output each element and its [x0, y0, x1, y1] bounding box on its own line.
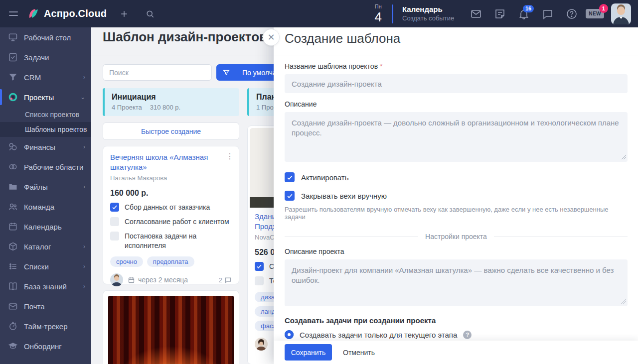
user-avatar[interactable] — [611, 3, 631, 24]
chevron-right-icon: › — [83, 243, 85, 250]
chat-icon — [542, 8, 554, 20]
comments-count[interactable]: 2 — [219, 276, 232, 284]
tasks-group-label: Создавать задачи при создании проекта — [285, 316, 628, 325]
card-cover-photo — [108, 296, 234, 364]
catalog-icon — [8, 242, 18, 251]
mail-button[interactable] — [466, 4, 486, 24]
column-name: Инициация — [112, 93, 239, 102]
check-icon — [112, 204, 118, 210]
assignee-avatar[interactable] — [255, 338, 268, 351]
chevron-right-icon: › — [83, 143, 85, 150]
project-amount: 160 000 р. — [110, 189, 232, 198]
chevron-right-icon: › — [83, 283, 85, 290]
menu-toggle-icon[interactable] — [9, 11, 18, 16]
sidebar-item-mail[interactable]: Почта — [0, 296, 91, 316]
weekday-label: Пн — [375, 4, 382, 9]
sidebar-item-time-tracker[interactable]: Тайм-трекер — [0, 316, 91, 336]
notifications-badge: 16 — [523, 5, 534, 12]
comment-icon — [224, 276, 232, 284]
sidebar-item-calendar[interactable]: Календарь — [0, 217, 91, 237]
logo-mark-icon — [27, 7, 40, 20]
sidebar-item-label: Онбординг — [24, 342, 85, 351]
check-icon — [287, 174, 293, 181]
quick-create-button[interactable]: Быстрое создание — [103, 122, 239, 140]
chevron-right-icon: › — [83, 183, 85, 190]
sidebar-item-team[interactable]: Команда — [0, 197, 91, 217]
help-button[interactable] — [562, 4, 582, 24]
sidebar-item-workspaces[interactable]: Рабочие области — [0, 157, 91, 177]
sidebar-item-label: База знаний — [24, 282, 77, 291]
calendar-quick-widget[interactable]: Календарь Создать событие — [402, 5, 454, 22]
notifications-button[interactable]: 16 — [514, 4, 534, 24]
finance-icon — [8, 142, 18, 152]
sidebar-subitem-project-templates[interactable]: Шаблоны проектов — [0, 122, 91, 137]
chat-button[interactable] — [538, 4, 558, 24]
filter-button[interactable]: По умолчанию — [216, 64, 281, 81]
sidebar-item-desktop[interactable]: Рабочий стол — [0, 27, 91, 47]
sidebar-item-finance[interactable]: Финансы › — [0, 137, 91, 157]
topbar: Аспро.Cloud Пн 4 Календарь Создать событ… — [0, 0, 638, 27]
checklist-checkbox[interactable] — [255, 262, 264, 271]
new-features-button[interactable]: NEW 1 — [586, 9, 604, 18]
sidebar-item-label: Тайм-трекер — [24, 322, 85, 331]
app-logo[interactable]: Аспро.Cloud — [27, 7, 107, 20]
sidebar-item-knowledge-base[interactable]: База знаний › — [0, 276, 91, 296]
add-button[interactable] — [116, 5, 133, 22]
sidebar-item-label: Календарь — [24, 223, 85, 231]
radio-current-stage[interactable] — [285, 330, 294, 339]
sidebar-item-label: Рабочий стол — [24, 33, 85, 42]
column-sum: 310 800 р. — [150, 104, 180, 111]
sidebar-subitem-project-list[interactable]: Список проектов — [0, 107, 91, 122]
checklist-item-label: Сбор данных от заказчика — [125, 203, 210, 212]
calendar-icon — [128, 276, 135, 284]
close-milestones-checkbox-label: Закрывать вехи вручную — [301, 192, 387, 200]
save-button[interactable]: Сохранить — [285, 344, 332, 361]
description-field-label: Описание — [285, 100, 628, 108]
sidebar-item-lists[interactable]: Списки › — [0, 256, 91, 276]
checklist-checkbox[interactable] — [110, 203, 119, 212]
sidebar-item-onboarding[interactable]: Онбординг — [0, 336, 91, 356]
sidebar-item-crm[interactable]: CRM › — [0, 67, 91, 87]
checklist-checkbox[interactable] — [110, 217, 119, 226]
knowledge-icon — [8, 281, 18, 291]
activate-checkbox[interactable] — [285, 172, 295, 182]
project-description-textarea[interactable] — [285, 259, 628, 306]
calendar-icon — [8, 222, 18, 232]
checklist-checkbox[interactable] — [110, 232, 119, 241]
close-button[interactable]: ✕ — [263, 29, 280, 46]
sidebar-item-label: Задачи — [24, 53, 85, 62]
date-widget[interactable]: Пн 4 — [375, 4, 382, 23]
mail-icon — [470, 8, 482, 20]
project-card[interactable]: Вечерняя школа «Алмазная шкатулка» ⋮ Нат… — [103, 146, 239, 284]
chevron-right-icon: › — [83, 263, 85, 270]
comments-number: 2 — [219, 276, 222, 284]
project-card-image[interactable] — [103, 290, 239, 364]
cancel-button[interactable]: Отменить — [343, 349, 375, 357]
chevron-down-icon: ⌄ — [80, 94, 85, 101]
avatar-photo — [255, 338, 268, 351]
close-milestones-checkbox[interactable] — [285, 191, 295, 201]
project-link[interactable]: Вечерняя школа «Алмазная шкатулка» — [110, 152, 220, 172]
sidebar-item-tasks[interactable]: Задачи — [0, 47, 91, 67]
sidebar-item-catalog[interactable]: Каталог › — [0, 237, 91, 256]
help-icon[interactable]: ? — [463, 331, 472, 339]
files-icon — [8, 182, 18, 192]
crm-icon — [8, 72, 18, 82]
checklist-item-label: Согласование работ с клиентом — [125, 217, 229, 227]
create-event-link[interactable]: Создать событие — [402, 14, 454, 22]
assignee-avatar[interactable] — [110, 273, 123, 286]
template-description-textarea[interactable] — [285, 112, 628, 162]
card-menu-icon[interactable]: ⋮ — [226, 151, 234, 161]
feed-button[interactable] — [490, 4, 510, 24]
search-input[interactable] — [103, 64, 212, 81]
project-settings-divider: Настройки проекта — [285, 233, 628, 241]
search-button[interactable] — [142, 5, 159, 22]
new-badge-label: NEW — [589, 11, 601, 16]
sidebar-item-label: Почта — [24, 302, 85, 311]
page-title: Шаблон дизайн-проектов — [103, 29, 267, 45]
template-name-input[interactable] — [285, 74, 628, 93]
checklist-checkbox[interactable] — [255, 276, 264, 285]
sidebar-item-label: Финансы — [24, 143, 77, 151]
sidebar-item-projects[interactable]: Проекты ⌄ — [0, 87, 91, 107]
sidebar-item-files[interactable]: Файлы › — [0, 177, 91, 197]
